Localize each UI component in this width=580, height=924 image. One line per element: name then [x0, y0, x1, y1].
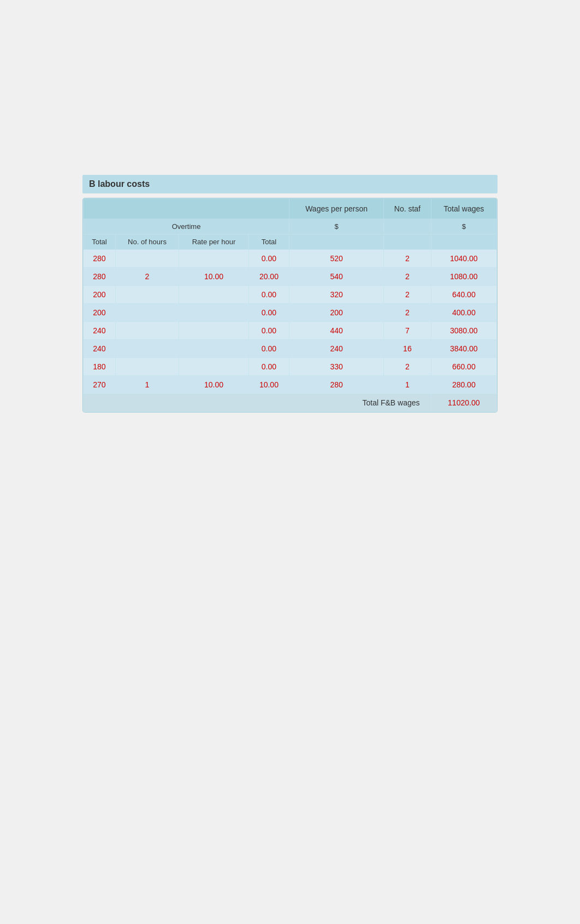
- table-cell: [179, 322, 249, 340]
- table-cell: 10.00: [179, 268, 249, 286]
- table-cell: [179, 286, 249, 304]
- footer-label: Total F&B wages: [84, 394, 431, 412]
- section-title: B labour costs: [82, 175, 498, 193]
- header-no-staf-empty: [384, 219, 431, 234]
- table-cell: 240: [289, 340, 384, 358]
- table-cell: 280: [289, 376, 384, 394]
- page-container: B labour costs Wages per person No. staf…: [82, 175, 498, 413]
- table-cell: 400.00: [431, 304, 496, 322]
- col-no-staf-2: [384, 234, 431, 250]
- footer-row: Total F&B wages11020.00: [84, 394, 497, 412]
- header-wages-per-person: Wages per person: [289, 199, 384, 219]
- table-cell: 0.00: [248, 250, 289, 268]
- table-cell: 240: [84, 340, 116, 358]
- table-cell: [179, 358, 249, 376]
- table-cell: [179, 250, 249, 268]
- table-row: 2400.0044073080.00: [84, 322, 497, 340]
- table-cell: 1080.00: [431, 268, 496, 286]
- table-cell: 0.00: [248, 286, 289, 304]
- table-body: 2800.0052021040.00280210.0020.0054021080…: [84, 250, 497, 412]
- table-row: 2800.0052021040.00: [84, 250, 497, 268]
- table-cell: 7: [384, 322, 431, 340]
- table-cell: [115, 322, 179, 340]
- table-cell: 16: [384, 340, 431, 358]
- table-cell: [115, 358, 179, 376]
- table-cell: 270: [84, 376, 116, 394]
- table-cell: 660.00: [431, 358, 496, 376]
- header-row-3: Total No. of hours Rate per hour Total: [84, 234, 497, 250]
- table-cell: 320: [289, 286, 384, 304]
- table-cell: 1: [115, 376, 179, 394]
- header-row-2: Overtime $ $: [84, 219, 497, 234]
- table-cell: 520: [289, 250, 384, 268]
- table-row: 280210.0020.0054021080.00: [84, 268, 497, 286]
- table-row: 2000.003202640.00: [84, 286, 497, 304]
- table-row: 270110.0010.002801280.00: [84, 376, 497, 394]
- table-wrapper: Wages per person No. staf Total wages Ov…: [82, 198, 498, 413]
- header-no-staf: No. staf: [384, 199, 431, 219]
- table-cell: 1: [384, 376, 431, 394]
- table-cell: 3080.00: [431, 322, 496, 340]
- table-cell: 200: [289, 304, 384, 322]
- col-total: Total: [84, 234, 116, 250]
- table-cell: 2: [384, 358, 431, 376]
- table-cell: 1040.00: [431, 250, 496, 268]
- table-cell: 280.00: [431, 376, 496, 394]
- table-cell: 3840.00: [431, 340, 496, 358]
- footer-value: 11020.00: [431, 394, 496, 412]
- table-cell: 200: [84, 286, 116, 304]
- table-cell: 10.00: [179, 376, 249, 394]
- table-cell: 330: [289, 358, 384, 376]
- labour-costs-table: Wages per person No. staf Total wages Ov…: [83, 198, 497, 412]
- col-rate-hour: Rate per hour: [179, 234, 249, 250]
- col-ot-total: Total: [248, 234, 289, 250]
- table-cell: 280: [84, 268, 116, 286]
- table-cell: [179, 340, 249, 358]
- table-row: 2000.002002400.00: [84, 304, 497, 322]
- table-cell: 2: [384, 286, 431, 304]
- table-cell: 2: [115, 268, 179, 286]
- table-cell: 240: [84, 322, 116, 340]
- header-total-wages: Total wages: [431, 199, 496, 219]
- table-cell: 2: [384, 250, 431, 268]
- table-cell: [115, 304, 179, 322]
- header-wages-dollar: $: [289, 219, 384, 234]
- table-cell: [179, 304, 249, 322]
- table-cell: 0.00: [248, 322, 289, 340]
- col-total-wages-2: [431, 234, 496, 250]
- header-total-dollar: $: [431, 219, 496, 234]
- table-cell: 200: [84, 304, 116, 322]
- table-cell: 2: [384, 304, 431, 322]
- table-cell: 10.00: [248, 376, 289, 394]
- table-row: 2400.00240163840.00: [84, 340, 497, 358]
- col-wages-dollar-2: [289, 234, 384, 250]
- table-cell: 280: [84, 250, 116, 268]
- table-cell: 640.00: [431, 286, 496, 304]
- header-overtime: Overtime: [84, 219, 289, 234]
- table-cell: [115, 250, 179, 268]
- table-cell: 180: [84, 358, 116, 376]
- table-cell: 540: [289, 268, 384, 286]
- table-cell: 0.00: [248, 340, 289, 358]
- table-row: 1800.003302660.00: [84, 358, 497, 376]
- table-cell: 2: [384, 268, 431, 286]
- table-cell: 440: [289, 322, 384, 340]
- col-no-hours: No. of hours: [115, 234, 179, 250]
- table-cell: 0.00: [248, 358, 289, 376]
- table-cell: [115, 286, 179, 304]
- table-cell: [115, 340, 179, 358]
- header-empty: [84, 199, 289, 219]
- table-cell: 0.00: [248, 304, 289, 322]
- header-row-1: Wages per person No. staf Total wages: [84, 199, 497, 219]
- table-cell: 20.00: [248, 268, 289, 286]
